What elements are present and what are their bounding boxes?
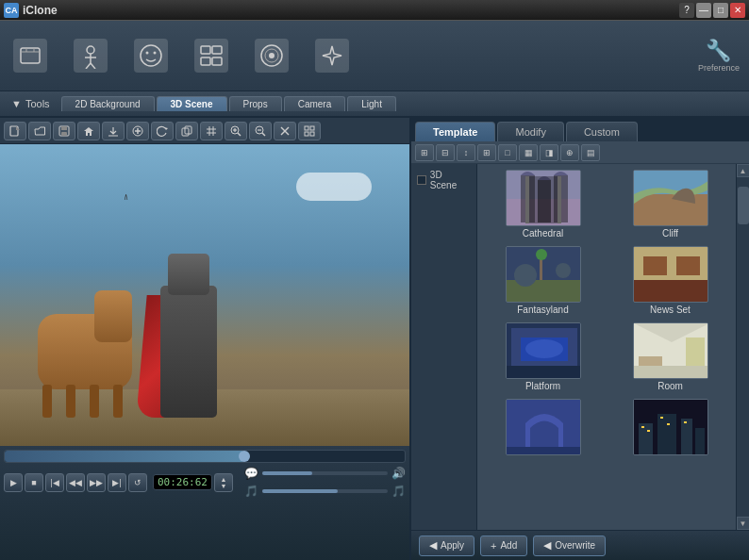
- next-frame-button[interactable]: ▶▶: [87, 473, 106, 492]
- svg-rect-83: [667, 423, 670, 425]
- scroll-up[interactable]: ▲: [737, 164, 750, 177]
- sub-btn-2[interactable]: ⊟: [436, 144, 455, 161]
- scene-tool-icon[interactable]: [9, 31, 51, 80]
- loop-button[interactable]: ↺: [128, 473, 147, 492]
- svg-point-8: [154, 52, 157, 55]
- scene-thumb-platform: [506, 322, 581, 379]
- apply-button[interactable]: ◀ Apply: [419, 535, 474, 556]
- multiselect-button[interactable]: [298, 122, 321, 140]
- effect-tool-icon[interactable]: [311, 31, 353, 80]
- scroll-track[interactable]: [737, 177, 749, 517]
- new-button[interactable]: [4, 122, 26, 140]
- tab-2d-background[interactable]: 2D Background: [61, 96, 155, 111]
- scene-item-cathedral[interactable]: Cathedral: [481, 168, 605, 240]
- tab-camera[interactable]: Camera: [284, 96, 346, 111]
- home-button[interactable]: [77, 122, 100, 140]
- scroll-thumb[interactable]: [738, 187, 749, 224]
- prev-frame-button[interactable]: ◀◀: [66, 473, 85, 492]
- sub-btn-4[interactable]: ⊞: [477, 144, 496, 161]
- svg-rect-41: [310, 126, 314, 130]
- grid-button[interactable]: [200, 122, 223, 140]
- svg-rect-43: [310, 132, 314, 136]
- horse: [28, 276, 141, 418]
- next-key-button[interactable]: ▶|: [108, 473, 126, 492]
- svg-point-15: [269, 53, 275, 58]
- rotate-button[interactable]: [151, 122, 174, 140]
- svg-line-4: [86, 63, 91, 69]
- zoom-out-button[interactable]: [249, 122, 272, 140]
- svg-rect-84: [684, 421, 687, 423]
- scrollbar[interactable]: ▲ ▼: [736, 164, 749, 530]
- slider-row-2: 🎵 🎵: [244, 485, 406, 498]
- label-platform: Platform: [525, 381, 560, 391]
- scene-tree-item[interactable]: 3D Scene: [415, 168, 473, 192]
- scene-item-platform[interactable]: Platform: [481, 321, 605, 393]
- tab-template[interactable]: Template: [415, 122, 495, 141]
- main-content: ∧: [0, 118, 749, 560]
- svg-rect-18: [61, 126, 67, 130]
- sub-btn-6[interactable]: ▦: [519, 144, 538, 161]
- open-button[interactable]: [28, 122, 51, 140]
- download-button[interactable]: [102, 122, 125, 140]
- svg-line-5: [91, 63, 95, 69]
- play-button[interactable]: ▶: [4, 473, 23, 492]
- remove-button[interactable]: [274, 122, 296, 140]
- prev-key-button[interactable]: |◀: [45, 473, 64, 492]
- horse-legs: [42, 385, 123, 418]
- label-fantasyland: Fantasyland: [517, 305, 568, 315]
- sub-btn-3[interactable]: ↕: [457, 144, 475, 161]
- sub-btn-5[interactable]: □: [498, 144, 517, 161]
- overwrite-icon: ◀: [543, 539, 551, 552]
- tab-3d-scene[interactable]: 3D Scene: [157, 96, 227, 111]
- add-button[interactable]: [126, 122, 149, 140]
- sub-btn-1[interactable]: ⊞: [415, 144, 434, 161]
- tab-props[interactable]: Props: [229, 96, 282, 111]
- svg-rect-47: [554, 175, 568, 222]
- scene-item-blue-arch[interactable]: [481, 397, 605, 459]
- close-button[interactable]: ✕: [730, 3, 745, 18]
- animation-icon: [255, 39, 289, 73]
- maximize-button[interactable]: □: [713, 3, 728, 18]
- save-button[interactable]: [53, 122, 75, 140]
- face-tool-icon[interactable]: [130, 31, 172, 80]
- scene-item-newsset[interactable]: News Set: [608, 244, 732, 317]
- tab-custom[interactable]: Custom: [566, 122, 638, 141]
- sub-btn-7[interactable]: ◨: [540, 144, 558, 161]
- preference-button[interactable]: 🔧 Preference: [698, 39, 740, 73]
- minimize-button[interactable]: —: [696, 3, 711, 18]
- add-label: Add: [500, 540, 517, 551]
- help-button[interactable]: ?: [679, 3, 694, 18]
- sub-btn-8[interactable]: ⊕: [560, 144, 579, 161]
- scene-item-fantasyland[interactable]: Fantasyland: [481, 244, 605, 317]
- scene-item-night-city[interactable]: [608, 397, 732, 459]
- motion-tool-icon[interactable]: [191, 31, 232, 80]
- scene-item-cliff[interactable]: Cliff: [608, 168, 732, 240]
- svg-point-65: [525, 339, 563, 358]
- titlebar-buttons: ? — □ ✕: [679, 3, 745, 18]
- timecode-up[interactable]: ▲▼: [214, 473, 233, 492]
- cloud: [296, 173, 372, 201]
- svg-rect-60: [676, 256, 700, 275]
- timeline-bar[interactable]: [4, 450, 406, 463]
- svg-rect-48: [538, 180, 551, 222]
- tab-modify[interactable]: Modify: [497, 122, 563, 141]
- character-tool-icon[interactable]: [70, 31, 111, 80]
- overwrite-button[interactable]: ◀ Overwrite: [533, 535, 606, 556]
- scene-tree: 3D Scene: [411, 164, 477, 530]
- stop-button[interactable]: ■: [25, 473, 43, 492]
- scroll-down[interactable]: ▼: [737, 517, 750, 530]
- sub-btn-9[interactable]: ▤: [581, 144, 600, 161]
- add-scene-button[interactable]: + Add: [480, 535, 527, 556]
- timeline-thumb[interactable]: [239, 451, 250, 462]
- scene-item-room[interactable]: Room: [608, 321, 732, 393]
- slider-icon-2: 🎵: [244, 485, 258, 498]
- timeline-progress: [5, 451, 244, 462]
- animation-tool-icon[interactable]: [251, 31, 292, 80]
- zoom-in-button[interactable]: [225, 122, 247, 140]
- tab-light[interactable]: Light: [347, 96, 396, 111]
- slider-2[interactable]: [262, 489, 388, 493]
- knight-head: [168, 254, 209, 295]
- clone-button[interactable]: [175, 122, 198, 140]
- scene-checkbox[interactable]: [417, 175, 426, 185]
- slider-1[interactable]: [262, 471, 388, 475]
